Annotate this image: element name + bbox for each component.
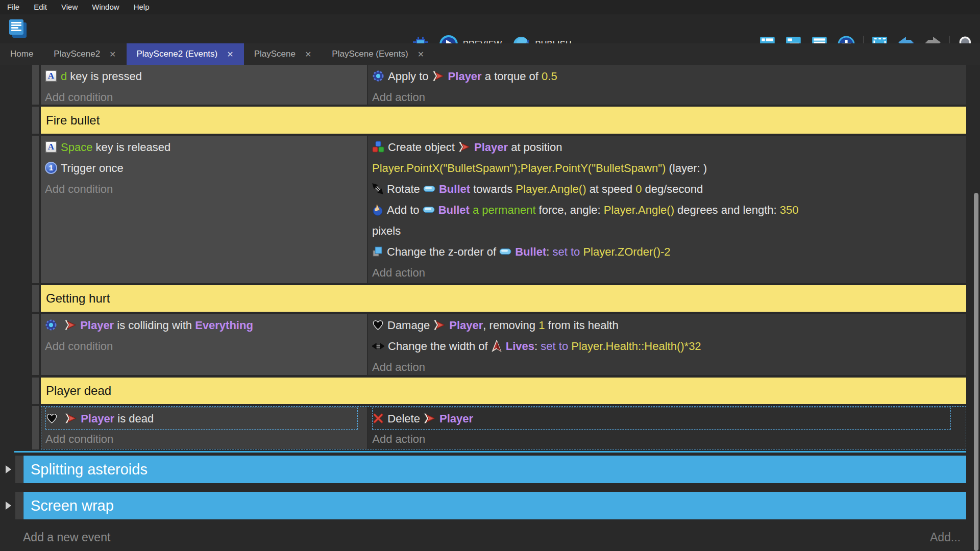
comment-row[interactable]: Getting hurt bbox=[41, 285, 966, 312]
player-icon bbox=[64, 413, 77, 424]
actions-cell: Damage Player, removing 1 from its healt… bbox=[367, 314, 966, 375]
action-line[interactable]: pixels bbox=[372, 220, 963, 241]
tab-playscene[interactable]: PlayScene ✕ bbox=[244, 43, 322, 65]
add-condition[interactable]: Add condition bbox=[45, 336, 364, 357]
player-icon bbox=[458, 141, 471, 153]
add-action[interactable]: Add action bbox=[372, 262, 963, 283]
vertical-scrollbar[interactable] bbox=[974, 193, 978, 551]
close-icon[interactable]: ✕ bbox=[418, 49, 424, 59]
player-icon bbox=[64, 319, 77, 331]
add-condition[interactable]: Add condition bbox=[45, 87, 364, 105]
event-drag-handle[interactable] bbox=[32, 406, 39, 449]
heart-icon bbox=[46, 413, 58, 424]
force-icon bbox=[372, 204, 383, 216]
gdevelop-window: File Edit View Window Help bbox=[0, 0, 980, 551]
physics-icon bbox=[372, 70, 384, 82]
add-action[interactable]: Add action bbox=[372, 357, 963, 375]
tab-home[interactable]: Home bbox=[0, 43, 43, 65]
event-row: Player is colliding with Everything Add … bbox=[41, 314, 966, 375]
action-line[interactable]: Add to Bullet a permanent force, angle: … bbox=[372, 199, 963, 220]
create-object-icon bbox=[372, 141, 384, 153]
keyboard-key-icon: A bbox=[45, 141, 57, 153]
events-sheet: Ad key is pressed Add condition Apply to… bbox=[0, 65, 980, 551]
action-line[interactable]: Create object Player at position bbox=[372, 137, 963, 158]
conditions-cell: Player is colliding with Everything Add … bbox=[41, 314, 367, 375]
conditions-cell: Player is dead Add condition bbox=[41, 407, 367, 449]
add-button[interactable]: Add... bbox=[930, 531, 961, 544]
editor-tabbar: Home PlayScene2 ✕ PlayScene2 (Events) ✕ … bbox=[0, 43, 980, 65]
condition-line[interactable]: Player is colliding with Everything bbox=[45, 315, 364, 336]
action-line[interactable]: Player.PointX("BulletSpawn");Player.Poin… bbox=[372, 158, 963, 179]
event-drag-handle[interactable] bbox=[32, 65, 39, 105]
event-drag-handle[interactable] bbox=[32, 285, 39, 312]
menu-view[interactable]: View bbox=[54, 3, 85, 11]
action-line[interactable]: Apply to Player a torque of 0.5 bbox=[372, 66, 963, 87]
player-icon bbox=[423, 413, 436, 424]
lives-icon bbox=[491, 340, 502, 352]
z-order-icon bbox=[372, 246, 383, 257]
menu-edit[interactable]: Edit bbox=[27, 3, 54, 11]
group-row[interactable]: Screen wrap bbox=[23, 492, 966, 519]
group-drag-handle[interactable] bbox=[15, 456, 23, 483]
action-line[interactable]: Rotate Bullet towards Player.Angle() at … bbox=[372, 179, 963, 199]
width-icon bbox=[372, 342, 384, 350]
menu-bar: File Edit View Window Help bbox=[0, 0, 980, 14]
tab-playscene-events[interactable]: PlayScene (Events) ✕ bbox=[322, 43, 434, 65]
action-line[interactable]: Change the width of Lives: set to Player… bbox=[372, 336, 963, 357]
conditions-cell: Ad key is pressed Add condition bbox=[41, 65, 367, 105]
actions-cell: Delete Player Add action bbox=[367, 407, 966, 449]
actions-cell: Create object Player at position Player.… bbox=[367, 136, 966, 283]
event-drag-handle[interactable] bbox=[32, 136, 39, 283]
comment-row[interactable]: Player dead bbox=[41, 378, 966, 404]
drop-indicator bbox=[14, 451, 966, 453]
close-icon[interactable]: ✕ bbox=[305, 49, 311, 59]
action-line[interactable]: Delete Player bbox=[372, 408, 951, 430]
menu-help[interactable]: Help bbox=[127, 3, 157, 11]
condition-line[interactable]: 1Trigger once bbox=[45, 158, 364, 179]
tab-playscene2[interactable]: PlayScene2 ✕ bbox=[43, 43, 126, 65]
condition-line[interactable]: Ad key is pressed bbox=[45, 66, 364, 87]
expand-arrow-icon[interactable] bbox=[6, 465, 11, 473]
condition-line[interactable]: ASpace key is released bbox=[45, 137, 364, 158]
main-toolbar: PREVIEW PUBLISH bbox=[0, 14, 980, 43]
add-action[interactable]: Add action bbox=[372, 429, 963, 449]
heart-icon bbox=[372, 320, 384, 331]
event-row-selected: Player is dead Add condition Delete Play… bbox=[41, 406, 966, 449]
actions-cell: Apply to Player a torque of 0.5 Add acti… bbox=[367, 65, 966, 105]
add-condition[interactable]: Add condition bbox=[45, 429, 364, 449]
comment-row[interactable]: Fire bullet bbox=[41, 107, 966, 134]
tab-playscene2-events[interactable]: PlayScene2 (Events) ✕ bbox=[127, 43, 244, 65]
action-line[interactable]: Change the z-order of Bullet: set to Pla… bbox=[372, 241, 963, 262]
event-row: ASpace key is released 1Trigger once Add… bbox=[41, 136, 966, 283]
close-icon[interactable]: ✕ bbox=[227, 49, 233, 59]
bullet-icon bbox=[499, 248, 511, 255]
trigger-once-icon: 1 bbox=[45, 162, 57, 174]
menu-file[interactable]: File bbox=[0, 3, 27, 11]
event-drag-handle[interactable] bbox=[32, 314, 39, 375]
player-icon bbox=[433, 319, 446, 331]
delete-icon bbox=[373, 413, 384, 424]
add-action[interactable]: Add action bbox=[372, 87, 963, 105]
action-line[interactable]: Damage Player, removing 1 from its healt… bbox=[372, 315, 963, 336]
group-row[interactable]: Splitting asteroids bbox=[23, 456, 966, 483]
player-icon bbox=[432, 70, 445, 82]
event-drag-handle[interactable] bbox=[32, 107, 39, 134]
add-condition[interactable]: Add condition bbox=[45, 179, 364, 199]
rotate-icon bbox=[372, 183, 383, 194]
expand-arrow-icon[interactable] bbox=[6, 502, 11, 510]
bullet-icon bbox=[423, 185, 435, 192]
event-row: Ad key is pressed Add condition Apply to… bbox=[41, 65, 966, 105]
group-drag-handle[interactable] bbox=[15, 492, 23, 519]
keyboard-key-icon: A bbox=[45, 70, 57, 82]
condition-line[interactable]: Player is dead bbox=[45, 408, 358, 430]
menu-window[interactable]: Window bbox=[85, 3, 126, 11]
event-drag-handle[interactable] bbox=[32, 378, 39, 404]
close-icon[interactable]: ✕ bbox=[109, 49, 116, 59]
add-new-event[interactable]: Add a new event bbox=[23, 531, 110, 544]
bullet-icon bbox=[423, 206, 435, 213]
physics-icon bbox=[45, 319, 57, 331]
conditions-cell: ASpace key is released 1Trigger once Add… bbox=[41, 136, 367, 283]
gdevelop-logo-icon[interactable] bbox=[8, 18, 29, 40]
